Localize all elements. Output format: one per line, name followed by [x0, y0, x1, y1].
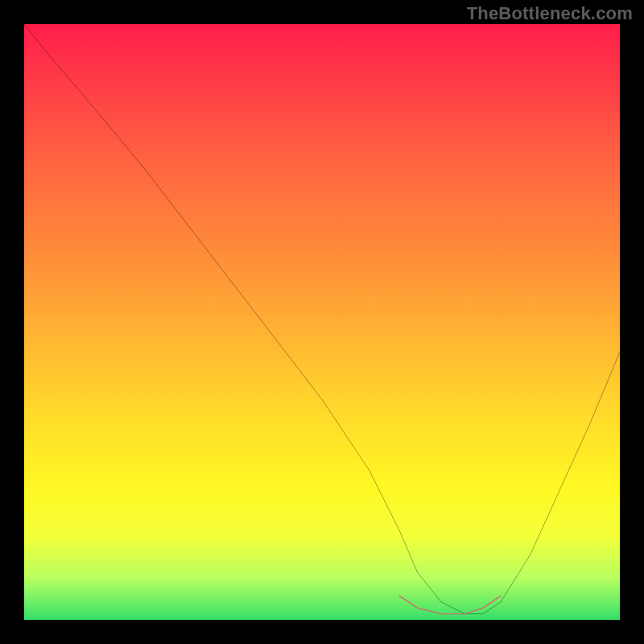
watermark-text: TheBottleneck.com: [467, 3, 633, 24]
plot-area: [24, 24, 620, 620]
curve-layer: [24, 24, 620, 620]
main-curve-path: [24, 24, 620, 614]
bottom-highlight-path: [399, 596, 501, 613]
chart-frame: TheBottleneck.com: [0, 0, 644, 644]
